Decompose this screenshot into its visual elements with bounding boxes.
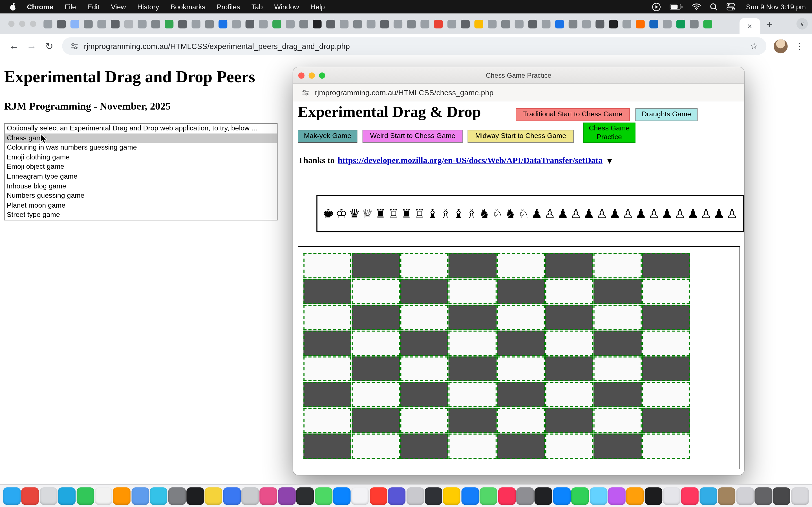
board-cell[interactable]: [303, 382, 351, 407]
board-cell[interactable]: [400, 253, 448, 278]
board-cell[interactable]: [594, 408, 642, 433]
dock-icon[interactable]: [40, 487, 57, 504]
pinned-tab-favicon[interactable]: [286, 19, 295, 28]
chess-game-practice-button[interactable]: Chess Game Practice: [583, 122, 636, 143]
pinned-tab-favicon[interactable]: [676, 19, 685, 28]
forward-icon[interactable]: →: [23, 40, 40, 52]
dock-icon[interactable]: [443, 487, 460, 504]
pinned-tab-favicon[interactable]: [474, 19, 483, 28]
board-cell[interactable]: [545, 356, 593, 382]
list-option[interactable]: Emoji clothing game: [5, 152, 277, 162]
chess-piece[interactable]: ♘: [492, 207, 504, 220]
pinned-tab-favicon[interactable]: [259, 19, 267, 28]
chess-piece[interactable]: ♖: [414, 207, 425, 220]
board-cell[interactable]: [352, 408, 400, 433]
dock-icon[interactable]: [498, 487, 515, 504]
menu-profiles[interactable]: Profiles: [211, 3, 246, 11]
chess-piece[interactable]: ♗: [440, 207, 451, 220]
pinned-tab-favicon[interactable]: [151, 19, 160, 28]
dock-icon[interactable]: [296, 487, 314, 504]
board-cell[interactable]: [449, 304, 497, 330]
midway-start-button[interactable]: Midway Start to Chess Game: [468, 130, 574, 143]
spotlight-icon[interactable]: [710, 3, 718, 11]
dock-icon[interactable]: [77, 487, 94, 504]
chess-piece[interactable]: ♚: [322, 207, 334, 220]
address-bar[interactable]: rjmprogramming.com.au/HTMLCSS/experiment…: [62, 37, 766, 55]
pinned-tab-favicon[interactable]: [461, 19, 470, 28]
dock-icon[interactable]: [553, 487, 570, 504]
dock-icon[interactable]: [278, 487, 296, 504]
board-cell[interactable]: [497, 279, 545, 304]
menu-edit[interactable]: Edit: [82, 3, 105, 11]
battery-icon[interactable]: [670, 4, 683, 10]
menu-history[interactable]: History: [132, 3, 165, 11]
board-cell[interactable]: [545, 330, 593, 356]
chess-piece[interactable]: ♙: [622, 207, 633, 220]
mak-yek-game-button[interactable]: Mak-yek Game: [298, 130, 357, 143]
popup-minimize-button[interactable]: [309, 72, 315, 78]
pinned-tab-favicon[interactable]: [340, 19, 349, 28]
pinned-tab-favicon[interactable]: [97, 19, 106, 28]
tab-close-icon[interactable]: ✕: [747, 23, 752, 29]
pinned-tab-favicon[interactable]: [609, 19, 618, 28]
pinned-tab-favicon[interactable]: [178, 19, 187, 28]
chess-piece[interactable]: ♟: [557, 207, 568, 220]
menu-chrome[interactable]: Chrome: [21, 3, 59, 11]
popup-close-button[interactable]: [298, 72, 305, 78]
board-cell[interactable]: [303, 356, 351, 382]
pinned-tab-favicon[interactable]: [434, 19, 443, 28]
dock-icon[interactable]: [95, 487, 112, 504]
active-tab[interactable]: ✕: [739, 18, 760, 34]
board-cell[interactable]: [449, 408, 497, 433]
dock-icon[interactable]: [535, 487, 552, 504]
chess-piece[interactable]: ♙: [570, 207, 581, 220]
board-cell[interactable]: [352, 434, 400, 459]
dock-icon[interactable]: [773, 487, 790, 504]
chess-piece[interactable]: ♛: [349, 207, 360, 220]
profile-avatar[interactable]: [774, 39, 788, 53]
board-cell[interactable]: [545, 304, 593, 330]
board-cell[interactable]: [642, 408, 690, 433]
chess-piece[interactable]: ♖: [388, 207, 399, 220]
board-cell[interactable]: [400, 408, 448, 433]
dock-icon[interactable]: [736, 487, 754, 504]
pinned-tab-favicon[interactable]: [353, 19, 362, 28]
board-cell[interactable]: [497, 304, 545, 330]
pinned-tab-favicon[interactable]: [272, 19, 281, 28]
pinned-tab-favicon[interactable]: [246, 19, 254, 28]
dock-icon[interactable]: [223, 487, 241, 504]
pinned-tab-favicon[interactable]: [313, 19, 321, 28]
pinned-tab-favicon[interactable]: [394, 19, 402, 28]
board-cell[interactable]: [400, 330, 448, 356]
dock-icon[interactable]: [168, 487, 186, 504]
list-option[interactable]: Colouring in was numbers guessing game: [5, 143, 277, 152]
board-cell[interactable]: [497, 382, 545, 407]
pinned-tab-favicon[interactable]: [218, 19, 227, 28]
board-cell[interactable]: [642, 382, 690, 407]
dock-icon[interactable]: [755, 487, 772, 504]
pinned-tab-favicon[interactable]: [380, 19, 389, 28]
dock-icon[interactable]: [21, 487, 39, 504]
menu-bookmarks[interactable]: Bookmarks: [165, 3, 211, 11]
app-select-listbox[interactable]: Optionally select an Experimental Drag a…: [4, 123, 278, 220]
board-cell[interactable]: [352, 356, 400, 382]
popup-url-text[interactable]: rjmprogramming.com.au/HTMLCSS/chess_game…: [315, 88, 494, 96]
reload-icon[interactable]: ↻: [40, 40, 58, 52]
site-settings-icon[interactable]: [70, 42, 79, 50]
menu-view[interactable]: View: [105, 3, 132, 11]
menu-file[interactable]: File: [59, 3, 82, 11]
dock-icon[interactable]: [351, 487, 369, 504]
pinned-tab-favicon[interactable]: [165, 19, 173, 28]
bookmark-star-icon[interactable]: ☆: [750, 41, 758, 52]
pinned-tab-favicon[interactable]: [420, 19, 429, 28]
menubar-clock[interactable]: Sun 9 Nov 3:19 pm: [744, 3, 806, 11]
board-cell[interactable]: [642, 356, 690, 382]
board-cell[interactable]: [449, 356, 497, 382]
board-cell[interactable]: [303, 330, 351, 356]
board-cell[interactable]: [545, 279, 593, 304]
board-cell[interactable]: [545, 382, 593, 407]
board-cell[interactable]: [594, 279, 642, 304]
board-cell[interactable]: [642, 330, 690, 356]
chess-piece[interactable]: ♟: [661, 207, 673, 220]
pinned-tab-favicon[interactable]: [299, 19, 308, 28]
